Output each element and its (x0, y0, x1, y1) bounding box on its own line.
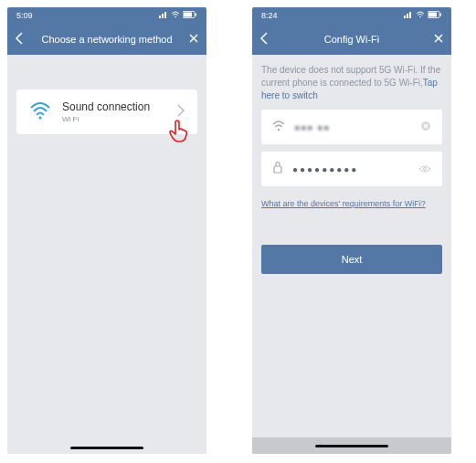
nav-bar: Choose a networking method (7, 24, 206, 55)
wifi-name-input[interactable]: ■■■ ■■ (294, 122, 411, 132)
next-button-label: Next (342, 254, 363, 265)
back-icon (15, 32, 23, 45)
wifi-status-icon (171, 11, 180, 20)
svg-point-15 (278, 129, 280, 131)
close-icon (433, 33, 444, 44)
eye-icon[interactable] (418, 161, 431, 177)
card-title: Sound connection (62, 100, 166, 113)
home-indicator[interactable] (315, 445, 388, 447)
svg-rect-1 (162, 14, 164, 18)
wifi-status-icon (416, 11, 425, 20)
svg-rect-8 (404, 16, 406, 18)
wifi-requirements-link[interactable]: What are the devices' requirements for W… (261, 199, 442, 208)
svg-rect-14 (440, 14, 442, 16)
content-area: The device does not support 5G Wi-Fi. If… (252, 55, 451, 437)
close-button[interactable] (188, 33, 199, 46)
clear-icon[interactable] (420, 119, 431, 135)
signal-icon (159, 11, 168, 20)
content-area: Sound connection Wi Fi (7, 55, 206, 441)
svg-rect-10 (409, 12, 411, 18)
wifi-password-field[interactable]: ●●●●●●●●● (261, 152, 442, 186)
close-icon (188, 33, 199, 44)
svg-rect-9 (407, 14, 408, 18)
info-prefix: The device does not support 5G Wi-Fi. If… (261, 65, 440, 88)
status-right (404, 11, 442, 20)
status-bar: 5:09 (7, 7, 206, 24)
svg-point-18 (424, 168, 427, 171)
status-time: 8:24 (261, 11, 278, 20)
battery-icon (428, 11, 442, 20)
back-button[interactable] (15, 32, 23, 47)
back-icon (259, 32, 268, 45)
svg-rect-0 (159, 16, 161, 18)
svg-rect-5 (184, 13, 192, 17)
lock-icon (272, 161, 283, 177)
battery-icon (183, 11, 197, 20)
svg-rect-6 (196, 14, 197, 16)
card-text: Sound connection Wi Fi (62, 100, 166, 123)
close-button[interactable] (433, 33, 444, 46)
phone-screen-right: 8:24 Config Wi-Fi The device does not su… (252, 7, 451, 454)
phone-screen-left: 5:09 Choose a networking method (7, 7, 206, 454)
wifi-icon (272, 119, 285, 135)
status-bar: 8:24 (252, 7, 451, 24)
wifi-password-input[interactable]: ●●●●●●●●● (292, 164, 409, 174)
svg-point-7 (38, 116, 41, 119)
next-button[interactable]: Next (261, 245, 442, 274)
back-button[interactable] (259, 32, 268, 47)
chevron-right-icon (177, 104, 185, 121)
nav-title: Config Wi-Fi (324, 34, 380, 45)
svg-rect-2 (164, 12, 166, 18)
svg-rect-17 (274, 166, 281, 173)
card-subtitle: Wi Fi (62, 115, 166, 123)
wifi-icon (29, 101, 51, 123)
svg-point-11 (419, 16, 421, 18)
info-text: The device does not support 5G Wi-Fi. If… (261, 64, 442, 102)
nav-bar: Config Wi-Fi (252, 24, 451, 55)
wifi-name-field[interactable]: ■■■ ■■ (261, 110, 442, 144)
svg-rect-13 (428, 13, 437, 17)
status-right (159, 11, 197, 20)
status-time: 5:09 (16, 11, 33, 20)
home-indicator-area (7, 441, 206, 454)
signal-icon (404, 11, 413, 20)
bottom-bar (252, 437, 451, 454)
svg-point-3 (175, 16, 176, 18)
hand-pointer-icon (168, 120, 188, 147)
home-indicator[interactable] (70, 447, 143, 449)
sound-connection-card[interactable]: Sound connection Wi Fi (16, 89, 197, 134)
nav-title: Choose a networking method (41, 34, 172, 45)
